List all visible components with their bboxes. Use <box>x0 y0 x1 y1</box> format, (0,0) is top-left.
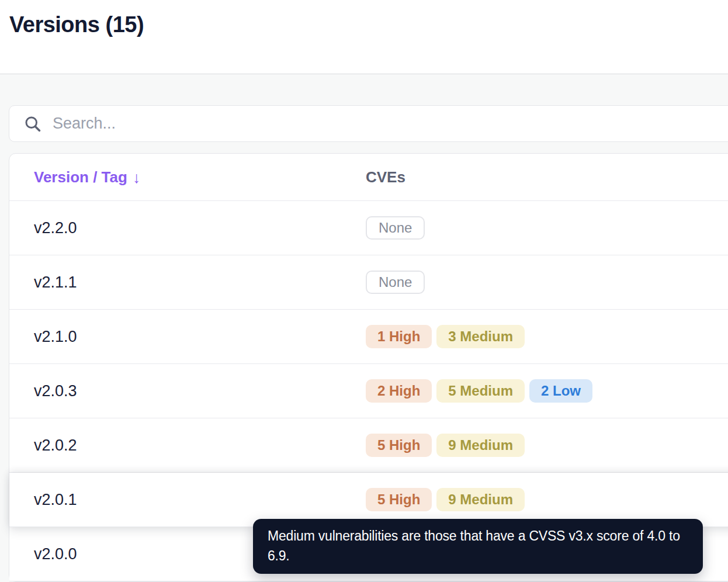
content-area: Version / Tag ↓ CVEs v2.2.0 None v2.1.1 … <box>0 105 728 582</box>
cve-badge-high[interactable]: 2 High <box>366 379 432 403</box>
search-input[interactable] <box>51 114 728 133</box>
column-header-version-tag[interactable]: Version / Tag ↓ <box>34 168 366 186</box>
cve-badge-medium[interactable]: 5 Medium <box>436 379 525 403</box>
version-cell: v2.0.2 <box>34 437 366 455</box>
version-label: v2.1.0 <box>34 328 77 345</box>
version-label: v2.0.3 <box>34 382 77 400</box>
table-row[interactable]: v2.1.0 1 High3 Medium <box>9 310 728 364</box>
cves-label: CVEs <box>366 168 405 186</box>
version-cell: v2.1.1 <box>34 273 366 292</box>
table-row[interactable]: v2.0.3 2 High5 Medium2 Low <box>9 364 728 418</box>
cves-cell: 5 High9 Medium <box>366 488 728 511</box>
version-cell: v2.2.0 <box>34 219 366 237</box>
cves-cell: 2 High5 Medium2 Low <box>366 379 728 403</box>
version-cell: v2.0.1 <box>34 491 366 509</box>
table-header-row: Version / Tag ↓ CVEs <box>9 154 728 201</box>
page-header: Versions (15) <box>0 0 728 74</box>
search-bar[interactable] <box>9 105 728 142</box>
table-row[interactable]: v2.2.0 None <box>9 201 728 255</box>
cve-badge-high[interactable]: 1 High <box>366 325 432 348</box>
cves-cell: 1 High3 Medium <box>366 325 728 348</box>
cve-badge-medium[interactable]: 9 Medium <box>436 488 525 511</box>
cve-badge-none[interactable]: None <box>366 271 425 294</box>
version-label: v2.0.1 <box>34 491 77 508</box>
version-label: v2.0.2 <box>34 437 77 454</box>
cve-badge-low[interactable]: 2 Low <box>529 379 592 403</box>
cve-badge-high[interactable]: 5 High <box>366 488 432 511</box>
cves-cell: None <box>366 216 728 240</box>
table-row[interactable]: v2.1.1 None <box>9 255 728 310</box>
version-label: v2.0.0 <box>34 545 77 563</box>
cve-badge-none[interactable]: None <box>366 216 425 240</box>
version-tag-sort-control[interactable]: Version / Tag ↓ <box>34 168 140 186</box>
version-label: v2.2.0 <box>34 219 77 237</box>
column-header-cves: CVEs <box>366 168 728 186</box>
version-tag-label: Version / Tag <box>34 168 127 186</box>
sort-descending-icon: ↓ <box>133 169 141 187</box>
version-cell: v2.0.3 <box>34 382 366 400</box>
tooltip-text: Medium vulnerabilities are those that ha… <box>268 528 680 563</box>
versions-table: Version / Tag ↓ CVEs v2.2.0 None v2.1.1 … <box>9 153 728 582</box>
version-label: v2.1.1 <box>34 273 77 291</box>
cves-cell: 5 High9 Medium <box>366 434 728 457</box>
search-icon <box>23 115 42 133</box>
cve-badge-medium[interactable]: 3 Medium <box>436 325 525 348</box>
medium-cve-tooltip: Medium vulnerabilities are those that ha… <box>253 519 703 574</box>
version-cell: v2.1.0 <box>34 328 366 346</box>
page-title: Versions (15) <box>0 0 728 37</box>
cve-badge-medium[interactable]: 9 Medium <box>436 434 525 457</box>
cve-badge-high[interactable]: 5 High <box>366 434 432 457</box>
cves-cell: None <box>366 271 728 294</box>
table-row[interactable]: v2.0.2 5 High9 Medium <box>9 418 728 473</box>
